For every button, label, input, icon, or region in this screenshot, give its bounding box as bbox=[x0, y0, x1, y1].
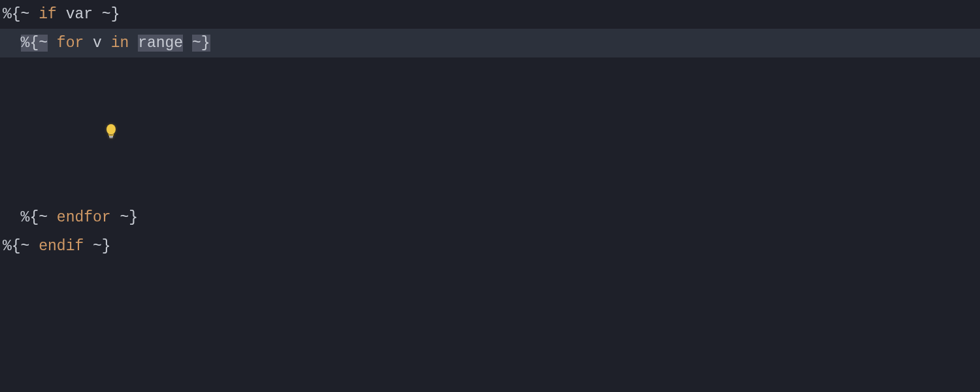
template-delim-close: ~} bbox=[111, 209, 138, 226]
indent bbox=[3, 35, 21, 52]
code-line-current[interactable]: %{~ for v in range ~} bbox=[0, 29, 980, 57]
spacer bbox=[102, 35, 111, 52]
svg-rect-2 bbox=[110, 137, 113, 139]
spacer bbox=[57, 6, 66, 23]
code-editor[interactable]: %{~ if var ~} %{~ for v in range ~} %{~ … bbox=[0, 0, 980, 261]
svg-point-0 bbox=[106, 124, 116, 135]
template-delim-close: ~} bbox=[93, 6, 120, 23]
template-delim-close-matched: ~} bbox=[192, 35, 210, 52]
spacer bbox=[183, 35, 192, 52]
indent bbox=[3, 209, 21, 226]
code-line-bulb bbox=[0, 57, 980, 203]
template-delim-open: %{~ bbox=[3, 6, 39, 23]
template-delim-open: %{~ bbox=[21, 209, 57, 226]
spacer bbox=[129, 35, 138, 52]
keyword-if: if bbox=[39, 6, 57, 23]
template-delim-open: %{~ bbox=[3, 238, 39, 255]
loop-var: v bbox=[93, 35, 102, 52]
keyword-for: for bbox=[57, 35, 84, 52]
svg-rect-1 bbox=[109, 136, 113, 137]
lightbulb-icon[interactable] bbox=[50, 88, 118, 174]
spacer bbox=[84, 35, 93, 52]
template-delim-open-matched: %{~ bbox=[21, 35, 48, 52]
identifier: var bbox=[66, 6, 93, 23]
spacer bbox=[48, 35, 57, 52]
keyword-endif: endif bbox=[39, 238, 84, 255]
code-line[interactable]: %{~ if var ~} bbox=[0, 0, 980, 29]
identifier-range: range bbox=[138, 35, 183, 52]
code-line[interactable]: %{~ endfor ~} bbox=[0, 203, 980, 232]
keyword-in: in bbox=[111, 35, 129, 52]
code-line[interactable]: %{~ endif ~} bbox=[0, 232, 980, 261]
keyword-endfor: endfor bbox=[57, 209, 111, 226]
template-delim-close: ~} bbox=[84, 238, 110, 255]
